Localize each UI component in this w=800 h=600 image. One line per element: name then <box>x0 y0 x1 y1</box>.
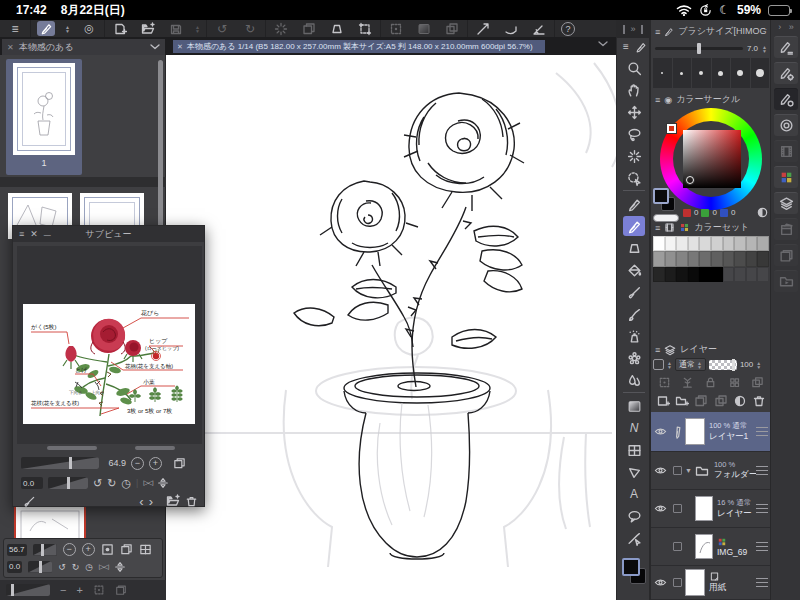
zoom-slider[interactable] <box>33 544 57 556</box>
color-swatch[interactable] <box>688 236 700 251</box>
fit-to-screen-button[interactable] <box>101 543 114 556</box>
tool-brush[interactable] <box>623 304 645 324</box>
layer-drag-handle[interactable] <box>756 542 768 551</box>
tool-pen[interactable] <box>623 194 645 214</box>
color-swatch[interactable] <box>665 236 677 251</box>
zoom-out-button[interactable]: − <box>63 543 76 556</box>
color-swatch[interactable] <box>676 236 688 251</box>
subview-flip-horizontal-button[interactable]: ▷◁ <box>143 479 152 487</box>
color-swatch[interactable] <box>723 251 735 266</box>
layer-visibility-eye-icon[interactable] <box>654 502 667 515</box>
layer-color-icon[interactable] <box>653 359 664 370</box>
foreground-color-swatch[interactable] <box>622 558 640 576</box>
thumbnail-size-slider[interactable] <box>6 584 50 596</box>
subview-rotate-left-button[interactable]: ↺ <box>93 477 102 490</box>
layer-panel-menu-icon[interactable]: ≡ <box>655 345 660 355</box>
new-canvas-button[interactable] <box>111 21 129 36</box>
subview-zoom-out-button[interactable]: − <box>131 457 144 470</box>
save-button[interactable] <box>167 21 185 36</box>
flip-vertical-button[interactable] <box>114 561 126 573</box>
color-swatch[interactable] <box>723 236 735 251</box>
subview-palette-window[interactable]: ≡ ✕ — サブビュー <box>12 225 205 507</box>
layer-color-stepper[interactable]: ▲▼ <box>667 361 672 369</box>
color-wheel-menu-icon[interactable]: ≡ <box>655 95 660 105</box>
dock-brush-size-button[interactable] <box>774 114 798 136</box>
help-button[interactable]: ? <box>561 22 575 36</box>
tool-text[interactable]: A <box>623 484 645 504</box>
tool-eraser[interactable] <box>623 238 645 258</box>
dock-collapse-icon[interactable]: › <box>778 22 781 32</box>
snap-special-ruler-button[interactable] <box>502 21 520 36</box>
open-file-button[interactable] <box>139 21 157 36</box>
layer-opacity-slider[interactable] <box>709 360 737 370</box>
doc-close-icon[interactable]: ✕ <box>177 43 183 51</box>
tool-blend[interactable] <box>623 370 645 390</box>
undo-button[interactable]: ↺ <box>213 21 231 36</box>
rotation-value-field[interactable]: 0.0 <box>7 561 22 573</box>
hue-ring[interactable] <box>660 108 762 210</box>
thumb-smaller-button[interactable]: − <box>60 584 66 596</box>
tool-decoration[interactable] <box>623 348 645 368</box>
color-swatch[interactable] <box>676 251 688 266</box>
layer-row-image[interactable]: IMG_69 <box>651 528 771 566</box>
subview-rotate-right-button[interactable]: ↻ <box>107 477 116 490</box>
rotate-left-button[interactable]: ↺ <box>58 562 66 572</box>
reset-rotation-button[interactable]: ◷ <box>85 562 93 572</box>
layer-visibility-eye-icon[interactable] <box>654 425 667 438</box>
color-swatch[interactable] <box>757 251 769 266</box>
tool-fude-pen-selected[interactable] <box>623 216 645 236</box>
tool-zoom[interactable] <box>623 58 645 78</box>
tool-airbrush[interactable] <box>623 326 645 346</box>
color-swatch[interactable] <box>734 251 746 266</box>
brush-size-slider[interactable] <box>655 47 743 50</box>
layer-checkbox[interactable] <box>673 504 682 513</box>
canvas-viewport[interactable] <box>166 55 616 600</box>
subview-zoom-slider[interactable] <box>21 457 99 469</box>
tool-hand[interactable] <box>623 80 645 100</box>
invert-selection-button[interactable] <box>415 21 433 36</box>
color-swatch[interactable] <box>676 267 688 282</box>
page-option-icon[interactable] <box>93 584 105 596</box>
sv-selector[interactable] <box>686 176 694 184</box>
tool-figure[interactable]: N <box>623 418 645 438</box>
brush-size-stepper[interactable]: ▲▼ <box>762 45 767 53</box>
layer-name[interactable]: レイヤー1 <box>709 431 756 443</box>
color-mixing-icon[interactable] <box>756 206 769 219</box>
subview-open-image-button[interactable] <box>166 494 180 508</box>
rotate-right-button[interactable]: ↻ <box>72 562 80 572</box>
subview-delete-image-button[interactable] <box>185 495 198 508</box>
subview-eyedropper-button[interactable] <box>23 495 36 508</box>
expand-dock-icon[interactable]: » <box>630 24 635 34</box>
layer-thumbnail[interactable] <box>685 418 705 445</box>
document-chevron-down-icon[interactable] <box>598 41 608 47</box>
flip-horizontal-button[interactable]: ▷◁ <box>99 563 108 571</box>
dock-material-palette-button[interactable] <box>774 218 798 240</box>
thumb-larger-button[interactable]: + <box>76 584 82 596</box>
tool-gradient[interactable] <box>623 396 645 416</box>
dock-tool-palette-button[interactable] <box>774 36 798 58</box>
tool-frame-border[interactable] <box>623 440 645 460</box>
layer-opacity-stepper[interactable]: ▲▼ <box>756 361 761 369</box>
subview-h-scrollbar[interactable] <box>17 446 202 450</box>
dock-expand-all-icon[interactable]: » <box>789 22 794 32</box>
layer-checkbox[interactable] <box>673 466 682 475</box>
subview-fit-button[interactable] <box>173 457 186 470</box>
color-swatch[interactable] <box>665 251 677 266</box>
folder-expand-chevron-icon[interactable]: ▼ <box>685 467 692 474</box>
brush-preset-size[interactable] <box>673 58 693 88</box>
color-swatch[interactable] <box>746 236 758 251</box>
subview-menu-icon[interactable]: ≡ <box>19 229 24 239</box>
layer-drag-handle[interactable] <box>756 427 768 436</box>
layer-mask-button[interactable] <box>733 394 747 408</box>
page-manager-tab[interactable]: ✕ 本物感のある <box>2 39 165 55</box>
color-swatch[interactable] <box>746 251 758 266</box>
draft-layer-icon[interactable] <box>681 376 694 389</box>
lock-layer-icon[interactable] <box>704 376 717 389</box>
main-menu-button[interactable]: ≡ <box>6 21 24 36</box>
tool-auto-select[interactable] <box>623 146 645 166</box>
color-swatch[interactable] <box>699 251 711 266</box>
dock-color-history-button[interactable] <box>774 140 798 162</box>
merge-with-lower-button[interactable] <box>714 394 728 408</box>
layer-opacity-value[interactable]: 100 <box>740 360 753 369</box>
layer-row-nested[interactable]: 16 % 通常 レイヤー <box>651 490 771 528</box>
